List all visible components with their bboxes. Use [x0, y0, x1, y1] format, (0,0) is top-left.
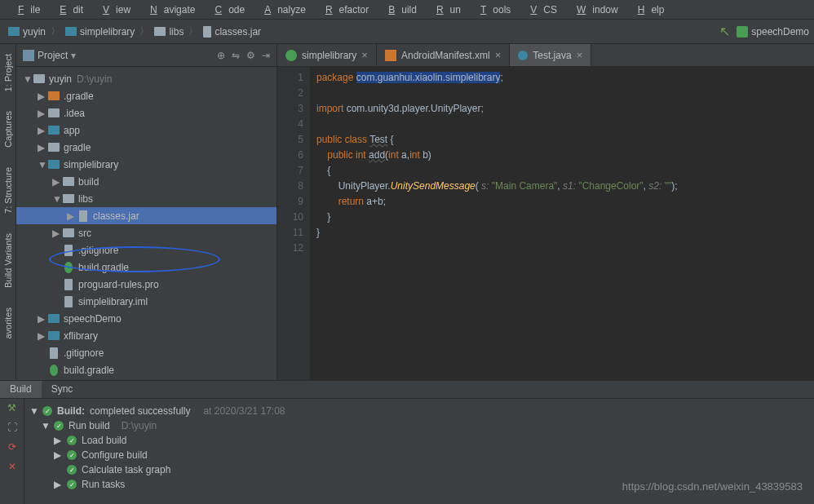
tree-item-.gradle[interactable]: ▶.gradle	[16, 87, 276, 104]
menu-edit[interactable]: Edit	[46, 2, 90, 18]
menu-build[interactable]: Build	[375, 2, 423, 18]
editor-area: simplelibrary×AndroidManifest.xml×Test.j…	[277, 44, 814, 380]
tree-item-simplelibrary.iml[interactable]: simplelibrary.iml	[16, 293, 276, 310]
ok-icon: ✓	[42, 406, 52, 416]
back-arrow-icon[interactable]: ↖	[719, 24, 730, 39]
menubar: FileEditViewNavigateCodeAnalyzeRefactorB…	[0, 0, 814, 20]
build-row[interactable]: ▶✓Load build	[54, 433, 809, 448]
tree-item-app[interactable]: ▶app	[16, 122, 276, 139]
breadcrumb-items: yuyin〉simplelibrary〉libs〉classes.jar	[5, 24, 264, 38]
menu-file[interactable]: File	[5, 2, 46, 18]
menu-help[interactable]: Help	[625, 2, 671, 18]
tree-item-build.gradle[interactable]: build.gradle	[16, 259, 276, 276]
tree-item-gradle[interactable]: ▶gradle	[16, 139, 276, 156]
bottom-panel: BuildSync ⚒ ⛶ ⟳ ✕ ▼ ✓ Build: completed s…	[0, 380, 814, 504]
menu-view[interactable]: View	[90, 2, 137, 18]
run-config[interactable]: speechDemo	[737, 26, 809, 38]
bottom-tab-build[interactable]: Build	[0, 381, 42, 398]
tree-item-src[interactable]: ▶src	[16, 224, 276, 241]
project-panel-header: Project ▾ ⊕ ⇋ ⚙ ⇥	[16, 44, 276, 67]
sidetab-buildvariants[interactable]: Build Variants	[3, 230, 13, 291]
line-gutter: 123456789101112	[277, 67, 310, 380]
tree-item-xflibrary[interactable]: ▶xflibrary	[16, 327, 276, 344]
sidetab-favorites[interactable]: avorites	[3, 304, 13, 343]
collapse-icon[interactable]: ⇋	[232, 50, 240, 61]
close-icon[interactable]: ×	[495, 49, 502, 61]
stop-icon[interactable]: ✕	[8, 461, 16, 472]
breadcrumb-classes.jar[interactable]: classes.jar	[200, 26, 264, 38]
refresh-icon[interactable]: ⟳	[8, 441, 16, 453]
close-icon[interactable]: ×	[577, 49, 583, 61]
tree-item-libs[interactable]: ▼libs	[16, 190, 276, 207]
breadcrumb-bar: yuyin〉simplelibrary〉libs〉classes.jar ↖ s…	[0, 20, 814, 44]
menu-refactor[interactable]: Refactor	[312, 2, 375, 18]
project-icon	[23, 50, 34, 61]
tree-item-classes.jar[interactable]: ▶classes.jar	[16, 207, 276, 224]
editor-tabs: simplelibrary×AndroidManifest.xml×Test.j…	[277, 44, 814, 67]
breadcrumb-yuyin[interactable]: yuyin	[5, 26, 49, 38]
dropdown-icon[interactable]: ▾	[71, 50, 76, 61]
tree-item-.gitignore[interactable]: .gitignore	[16, 344, 276, 361]
tree-item-proguard-rules.pro[interactable]: proguard-rules.pro	[16, 276, 276, 293]
tree-item-build[interactable]: ▶build	[16, 173, 276, 190]
menu-vcs[interactable]: VCS	[517, 2, 564, 18]
build-row[interactable]: ✓Calculate task graph	[54, 462, 809, 477]
tree-item-.gitignore[interactable]: .gitignore	[16, 241, 276, 259]
build-row[interactable]: ▶✓Configure build	[54, 448, 809, 462]
build-row[interactable]: ▶✓Run tasks	[54, 477, 809, 492]
hide-icon[interactable]: ⇥	[262, 50, 270, 61]
left-tool-stripe: 1: Project Captures 7: Structure Build V…	[0, 44, 16, 380]
breadcrumb-simplelibrary[interactable]: simplelibrary	[62, 26, 138, 38]
code-content[interactable]: package com.guanhui.xiaolin.simplelibrar…	[310, 67, 814, 380]
tab-AndroidManifest.xml[interactable]: AndroidManifest.xml×	[377, 44, 510, 66]
project-tree[interactable]: ▼yuyinD:\yuyin▶.gradle▶.idea▶app▶gradle▼…	[16, 67, 276, 380]
menu-run[interactable]: Run	[423, 2, 467, 18]
bottom-tabs: BuildSync	[0, 381, 814, 399]
build-toolbar: ⚒ ⛶ ⟳ ✕	[0, 399, 24, 504]
gear-icon[interactable]: ⚙	[246, 50, 255, 61]
bottom-tab-sync[interactable]: Sync	[42, 381, 83, 398]
code-editor[interactable]: 123456789101112 package com.guanhui.xiao…	[277, 67, 814, 380]
tree-item-speechDemo[interactable]: ▶speechDemo	[16, 310, 276, 327]
menu-navigate[interactable]: Navigate	[137, 2, 201, 18]
sidetab-captures[interactable]: Captures	[3, 108, 13, 151]
close-icon[interactable]: ×	[361, 49, 368, 61]
breadcrumb-libs[interactable]: libs	[151, 26, 187, 38]
menu-tools[interactable]: Tools	[467, 2, 517, 18]
sidetab-structure[interactable]: 7: Structure	[3, 164, 13, 217]
tree-item-build.gradle[interactable]: build.gradle	[16, 361, 276, 378]
build-output[interactable]: ▼ ✓ Build: completed successfully at 202…	[24, 399, 814, 504]
menu-window[interactable]: Window	[564, 2, 625, 18]
locate-icon[interactable]: ⊕	[217, 50, 225, 61]
hammer-icon[interactable]: ⚒	[7, 402, 16, 413]
menu-analyze[interactable]: Analyze	[251, 2, 312, 18]
project-title[interactable]: Project	[38, 50, 68, 61]
filter-icon[interactable]: ⛶	[7, 422, 17, 433]
tree-item-.idea[interactable]: ▶.idea	[16, 104, 276, 122]
tab-simplelibrary[interactable]: simplelibrary×	[277, 44, 377, 66]
menu-code[interactable]: Code	[201, 2, 251, 18]
sidetab-project[interactable]: 1: Project	[3, 51, 13, 95]
tree-item-simplelibrary[interactable]: ▼simplelibrary	[16, 156, 276, 173]
build-row[interactable]: ▼✓Run buildD:\yuyin	[41, 418, 809, 433]
tab-Test.java[interactable]: Test.java×	[510, 44, 591, 66]
toolbar-right: ↖ speechDemo	[719, 24, 809, 39]
project-panel: Project ▾ ⊕ ⇋ ⚙ ⇥ ▼yuyinD:\yuyin▶.gradle…	[16, 44, 277, 380]
tree-item-yuyin[interactable]: ▼yuyinD:\yuyin	[16, 70, 276, 87]
